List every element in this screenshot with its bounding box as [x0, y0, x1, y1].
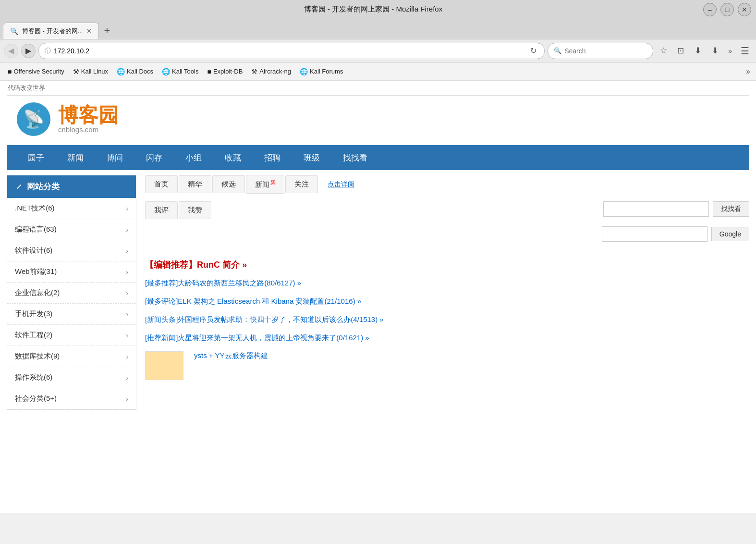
tab-bar: 🔍 博客园 - 开发者的网... ✕ + [0, 19, 756, 39]
sidebar-header: ⟋ 网站分类 [7, 175, 136, 198]
sidebar-item-label: 数据库技术(9) [15, 352, 60, 361]
tab-featured[interactable]: 精华 [179, 175, 211, 193]
window-controls[interactable]: – □ ✕ [703, 3, 751, 16]
reader-view-button[interactable]: ⊡ [673, 44, 688, 58]
back-button[interactable]: ◀ [4, 44, 18, 58]
news-list: 【编辑推荐】RunC 简介 » [最多推荐]大龄码农的新西兰移民之路(80/61… [145, 259, 749, 383]
address-action-buttons: ☆ ⊡ ⬇ ⬇ » ☰ [656, 44, 752, 58]
bookmark-kali-tools[interactable]: 🌐 Kali Tools [158, 66, 202, 77]
bookmark-offensive-security[interactable]: ■ Offensive Security [4, 66, 68, 77]
news-link-3[interactable]: [新闻头条]外国程序员发帖求助：快四十岁了，不知道以后该么办(4/1513) » [145, 315, 384, 323]
nav-shancun[interactable]: 闪存 [134, 146, 174, 170]
minimize-button[interactable]: – [703, 3, 717, 16]
news-link-1[interactable]: [最多推荐]大龄码农的新西兰移民之路(80/6127) » [145, 279, 301, 287]
pocket-button[interactable]: ⬇ [691, 44, 705, 58]
menu-button[interactable]: ☰ [738, 44, 752, 58]
zhaozhaokhan-input[interactable] [603, 201, 709, 217]
download-button[interactable]: ⬇ [708, 44, 722, 58]
content-tabs-row2: 我评 我赞 [145, 201, 211, 219]
tab-my-like[interactable]: 我赞 [179, 201, 211, 219]
sidebar-item-label: 手机开发(3) [15, 309, 52, 319]
featured-article[interactable]: 【编辑推荐】RunC 简介 » [145, 259, 749, 271]
active-tab[interactable]: 🔍 博客园 - 开发者的网... ✕ [3, 23, 99, 39]
sidebar-arrow-icon: › [126, 395, 128, 403]
reload-button[interactable]: ↻ [528, 44, 538, 57]
sidebar-arrow-icon: › [126, 226, 128, 234]
forward-button[interactable]: ▶ [21, 44, 36, 58]
bookmark-aircrack[interactable]: ⚒ Aircrack-ng [247, 66, 295, 77]
sidebar-item-mobile[interactable]: 手机开发(3) › [7, 304, 136, 325]
sidebar-arrow-icon: › [126, 374, 128, 382]
bookmarks-more-button[interactable]: » [744, 65, 752, 78]
search-row-1: 找找看 [603, 201, 749, 217]
sidebar-item-label: Web前端(31) [15, 267, 57, 276]
nav-yuanzi[interactable]: 园子 [16, 146, 56, 170]
new-tab-button[interactable]: + [99, 23, 115, 39]
sidebar-arrow-icon: › [126, 247, 128, 255]
maximize-button[interactable]: □ [720, 3, 734, 16]
tab-my-comment[interactable]: 我评 [145, 201, 178, 219]
address-input-area[interactable]: ⓘ ↻ [38, 43, 545, 59]
sidebar-header-icon: ⟋ [15, 182, 23, 192]
sidebar-item-software-engineering[interactable]: 软件工程(2) › [7, 325, 136, 346]
more-tools-button[interactable]: » [725, 45, 735, 57]
nav-banji[interactable]: 班级 [292, 146, 331, 170]
site-logo-icon: 📡 [17, 102, 50, 136]
nav-xinwen[interactable]: 新闻 [56, 146, 95, 170]
sidebar-item-social[interactable]: 社会分类(5+) › [7, 388, 136, 409]
nav-shoucang[interactable]: 收藏 [213, 146, 253, 170]
featured-article-link[interactable]: 【编辑推荐】RunC 简介 » [145, 260, 247, 270]
bookmark-label: Kali Linux [81, 68, 108, 75]
google-search-button[interactable]: Google [711, 227, 749, 241]
news-item-3: [新闻头条]外国程序员发帖求助：快四十岁了，不知道以后该么办(4/1513) » [145, 314, 749, 325]
tab-click-detail[interactable]: 点击详阅 [319, 176, 363, 193]
tab-close-button[interactable]: ✕ [86, 27, 92, 35]
search-input-area[interactable]: 🔍 [548, 43, 653, 59]
nav-zhaopin[interactable]: 招聘 [253, 146, 292, 170]
close-button[interactable]: ✕ [738, 3, 751, 16]
tab-follow[interactable]: 关注 [285, 175, 318, 193]
search-icon: 🔍 [554, 47, 561, 54]
bookmark-exploit-db[interactable]: ■ Exploit-DB [203, 66, 246, 77]
tab-news[interactable]: 新闻新 [246, 175, 284, 194]
sidebar-item-enterprise[interactable]: 企业信息化(2) › [7, 283, 136, 304]
content-tabs-row1: 首页 精华 候选 新闻新 关注 点击详阅 [145, 175, 749, 194]
news-item-2: [最多评论]ELK 架构之 Elasticsearch 和 Kibana 安装配… [145, 296, 749, 307]
sidebar-item-label: 社会分类(5+) [15, 394, 57, 403]
tab-candidate[interactable]: 候选 [212, 175, 245, 193]
bookmark-label: Kali Tools [172, 68, 198, 75]
zhaozhaokhan-button[interactable]: 找找看 [713, 201, 749, 217]
news-link-2[interactable]: [最多评论]ELK 架构之 Elasticsearch 和 Kibana 安装配… [145, 297, 361, 305]
sidebar-item-dotnet[interactable]: .NET技术(6) › [7, 198, 136, 219]
preview-item-text[interactable]: ysts + YY云服务器构建 [194, 351, 268, 360]
logo-text-area: 博客园 cnblogs.com [58, 105, 119, 134]
sidebar-item-web-frontend[interactable]: Web前端(31) › [7, 261, 136, 283]
tab-homepage[interactable]: 首页 [145, 175, 178, 193]
address-input[interactable] [54, 47, 525, 55]
preview-item-link[interactable]: ysts + YY云服务器构建 [194, 351, 268, 359]
bookmark-kali-forums[interactable]: 🌐 Kali Forums [296, 66, 347, 77]
kali-forums-icon: 🌐 [300, 68, 308, 75]
news-item-1: [最多推荐]大龄码农的新西兰移民之路(80/6127) » [145, 277, 749, 289]
preview-item-label: ysts + YY云服务器构建 [194, 351, 268, 359]
sidebar: ⟋ 网站分类 .NET技术(6) › 编程语言(63) › 软件设计(6) › … [7, 175, 136, 410]
nav-bowen[interactable]: 博问 [95, 146, 134, 170]
window-title: 博客园 - 开发者的网上家园 - Mozilla Firefox [43, 5, 703, 14]
nav-xiaozu[interactable]: 小组 [174, 146, 213, 170]
nav-zhaozhaokhan[interactable]: 找找看 [331, 146, 379, 170]
sidebar-item-label: 软件工程(2) [15, 331, 52, 340]
search-input[interactable] [564, 47, 648, 55]
sidebar-item-os[interactable]: 操作系统(6) › [7, 367, 136, 388]
sidebar-item-software-design[interactable]: 软件设计(6) › [7, 240, 136, 261]
bookmark-star-button[interactable]: ☆ [656, 44, 671, 58]
bookmark-label: Kali Docs [127, 68, 153, 75]
sidebar-arrow-icon: › [126, 310, 128, 318]
sidebar-header-label: 网站分类 [27, 181, 60, 192]
google-search-input[interactable] [602, 226, 707, 242]
news-link-4[interactable]: [推荐新闻]火星将迎来第一架无人机，震撼的上帝视角要来了(0/1621) » [145, 334, 369, 342]
kali-docs-icon: 🌐 [117, 68, 125, 75]
sidebar-item-programming[interactable]: 编程语言(63) › [7, 219, 136, 240]
sidebar-item-database[interactable]: 数据库技术(9) › [7, 346, 136, 367]
bookmark-kali-docs[interactable]: 🌐 Kali Docs [113, 66, 157, 77]
bookmark-kali-linux[interactable]: ⚒ Kali Linux [69, 66, 112, 77]
